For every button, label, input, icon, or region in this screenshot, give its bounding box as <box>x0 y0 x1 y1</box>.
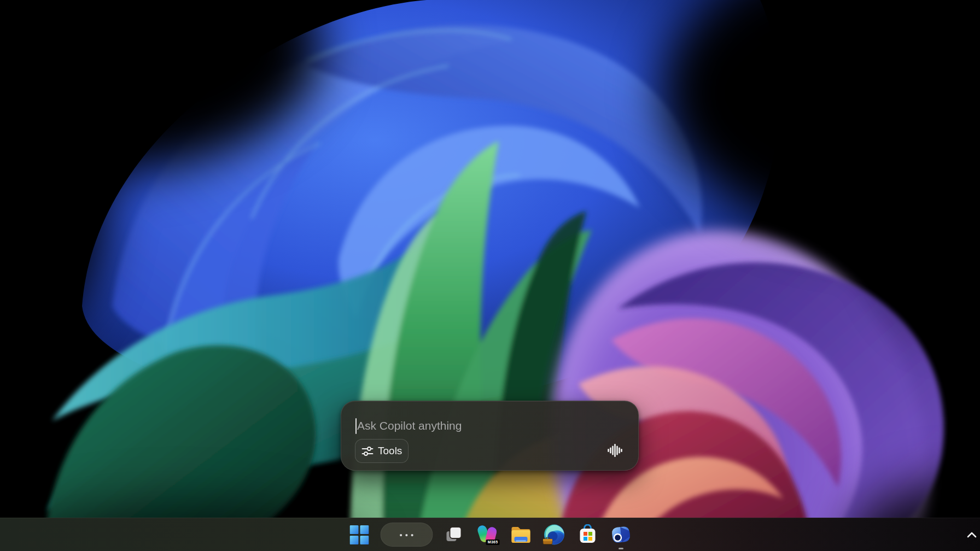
tools-button-label: Tools <box>378 445 402 457</box>
store-bag-icon <box>578 524 598 545</box>
taskbar: ••• M365 <box>0 518 980 551</box>
windows-start-icon <box>349 525 369 544</box>
start-button[interactable] <box>347 523 371 547</box>
m365-badge: M365 <box>486 540 500 545</box>
voice-waveform-icon <box>606 443 623 458</box>
edge-button[interactable] <box>542 523 567 547</box>
voice-input-button[interactable] <box>605 442 624 459</box>
task-view-button[interactable] <box>442 523 466 547</box>
folder-icon <box>510 525 532 544</box>
edge-icon <box>544 524 565 546</box>
running-indicator <box>619 548 623 549</box>
ellipsis-icon: ••• <box>397 530 417 540</box>
task-view-icon <box>444 524 465 545</box>
file-explorer-button[interactable] <box>509 523 533 547</box>
taskbar-search-pill[interactable]: ••• <box>381 523 433 547</box>
m365-copilot-icon: M365 <box>477 524 499 546</box>
taskbar-app-group: ••• M365 <box>347 518 633 551</box>
copilot-app-button[interactable] <box>609 523 633 547</box>
work-briefcase-badge <box>543 537 553 544</box>
tools-button[interactable]: Tools <box>355 439 409 463</box>
copilot-icon <box>610 524 632 546</box>
copilot-prompt-box: Tools <box>341 401 639 471</box>
text-caret <box>355 418 357 434</box>
desktop: Tools <box>0 0 980 551</box>
m365-copilot-button[interactable]: M365 <box>476 523 500 547</box>
copilot-prompt-input[interactable] <box>357 417 614 435</box>
sliders-icon <box>361 445 374 457</box>
store-button[interactable] <box>576 523 600 547</box>
tray-show-hidden-icons-button[interactable] <box>964 518 980 551</box>
chevron-up-icon <box>966 531 977 538</box>
